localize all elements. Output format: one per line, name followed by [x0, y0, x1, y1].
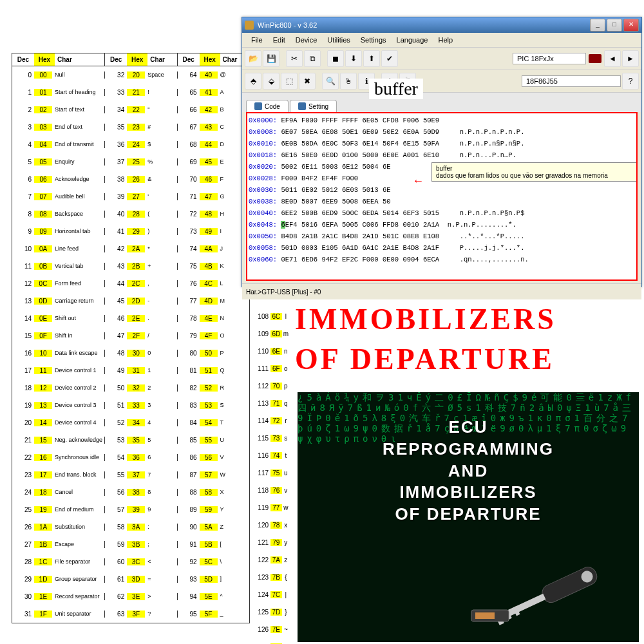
program-all-icon[interactable]: ⬙ [263, 73, 279, 90]
cell-dec: 48 [105, 350, 127, 357]
cell-char: Device control 1 [52, 367, 104, 374]
hex-line[interactable]: 0x0040: 6EE2 500B 6ED9 500C 6EDA 5014 6E… [249, 207, 635, 219]
cell-char: ? [145, 611, 176, 618]
cell-hex: 23 [127, 124, 145, 131]
help-icon[interactable]: ? [622, 73, 639, 90]
cell-hex: 3C [127, 558, 145, 565]
cell-char: > [145, 593, 176, 600]
hex-line[interactable]: 0x0008: 6E07 50EA 6E08 50E1 6E09 50E2 6E… [249, 126, 635, 138]
menu-edit[interactable]: Edit [268, 35, 290, 45]
hex-line[interactable]: 0x0048: 6EF4 5016 6EFA 5005 C006 FFD8 00… [249, 219, 635, 231]
copy-icon[interactable]: ⧉ [304, 50, 321, 67]
ext-dec: 119 [254, 504, 270, 511]
verify-icon[interactable]: ✔ [381, 50, 398, 67]
save-icon[interactable]: 💾 [263, 50, 279, 67]
cell-dec: 7 [12, 193, 34, 200]
read-all-icon[interactable]: ⬘ [245, 73, 261, 90]
titlebar[interactable]: WinPic800 - v 3.62 _ □ ✕ [242, 17, 641, 33]
erase-icon[interactable]: ✖ [299, 73, 316, 90]
chip-graphic-icon [589, 54, 601, 63]
ext-char: t [282, 452, 290, 459]
menu-utilities[interactable]: Utilities [322, 35, 355, 45]
cell-hex: 12 [34, 384, 52, 392]
ascii-ext-row: 1227Az [254, 551, 290, 569]
ascii-ext-row: 1257D} [254, 603, 290, 621]
cell-hex: 24 [127, 141, 145, 148]
ascii-row: 271BEscape593B;915B[ [12, 536, 249, 553]
book-title: ECU REPROGRAMMING AND IMMOBILIZERS OF DE… [298, 417, 639, 526]
cell-hex: 30 [127, 350, 145, 357]
read-icon[interactable]: ⬇ [345, 50, 362, 67]
cell-hex: 00 [34, 71, 52, 79]
chip-icon[interactable]: ◼ [327, 50, 344, 67]
cell-dec: 59 [105, 541, 127, 548]
cell-dec: 0 [12, 71, 34, 79]
device-family-select[interactable]: PIC 18FxJx [513, 53, 586, 64]
ext-char: o [282, 365, 290, 372]
cell-hex: 4A [200, 245, 218, 252]
cell-char: N [218, 315, 249, 322]
device-part-select[interactable]: 18F86J55 [522, 75, 621, 87]
cell-char: End of transmit [52, 141, 104, 148]
hex-line[interactable]: 0x0050: B4D8 2A1B 2A1C B4D8 2A1D 501C 08… [249, 231, 635, 242]
nav-left-icon[interactable]: ◄ [604, 50, 621, 67]
cell-dec: 72 [178, 211, 200, 218]
header-hex: Hex [200, 53, 220, 66]
ascii-row: 2317End trans. block553778757W [12, 466, 249, 484]
hex-line[interactable]: 0x0010: 6E0B 50DA 6E0C 50F3 6E14 50F4 6E… [249, 138, 635, 149]
cell-char: O [218, 332, 249, 339]
hex-line[interactable]: 0x0018: 6E16 50E0 6E0D 0100 5000 6E0E A0… [249, 149, 635, 161]
cell-hex: 52 [200, 384, 218, 392]
cell-hex: 14 [34, 419, 52, 426]
hex-line[interactable]: 0x0000: EF9A F000 FFFF FFFF 6E05 CFD8 F0… [249, 115, 635, 126]
open-icon[interactable]: 📂 [245, 50, 261, 67]
ext-dec: 125 [254, 609, 270, 616]
ascii-row: 000Null3220Space6440@ [12, 66, 249, 84]
nav-right-icon[interactable]: ► [622, 50, 639, 67]
tab-setting[interactable]: Setting [290, 100, 337, 112]
hex-dump[interactable]: 0x0000: EF9A F000 FFFF FFFF 6E05 CFD8 F0… [246, 112, 638, 281]
cursor-icon[interactable]: 🖱 [340, 73, 357, 90]
verify-all-icon[interactable]: ⬚ [281, 73, 298, 90]
menu-device[interactable]: Device [290, 35, 323, 45]
cell-char: End trans. block [52, 471, 104, 478]
hex-line[interactable]: 0x0058: 501D 0803 E105 6A1D 6A1C 2A1E B4… [249, 242, 635, 254]
search-icon[interactable]: 🔍 [322, 73, 339, 90]
cell-char: V [218, 454, 249, 461]
cell-dec: 42 [105, 245, 127, 252]
cell-char: Substitution [52, 524, 104, 531]
cell-char: & [145, 176, 176, 183]
close-button[interactable]: ✕ [623, 19, 639, 32]
cell-dec: 93 [178, 576, 200, 583]
cell-char: ) [145, 228, 176, 235]
hex-line[interactable]: 0x0030: 5011 6E02 5012 6E03 5013 6E [249, 184, 635, 196]
cell-dec: 51 [105, 402, 127, 409]
cell-char: End of text [52, 124, 104, 131]
maximize-button[interactable]: □ [607, 19, 622, 32]
ascii-row: 505Enquiry3725%6945E [12, 153, 249, 171]
cell-dec: 50 [105, 384, 127, 392]
ascii-row: 150FShift in472F/794FO [12, 327, 249, 345]
cell-dec: 15 [12, 332, 34, 339]
cell-hex: 0A [34, 245, 52, 252]
cell-hex: 06 [34, 176, 52, 183]
write-icon[interactable]: ⬆ [363, 50, 380, 67]
cut-icon[interactable]: ✂ [286, 50, 303, 67]
cell-dec: 58 [105, 524, 127, 531]
cell-hex: 5B [200, 541, 218, 548]
cell-hex: 3E [127, 593, 145, 600]
menu-file[interactable]: File [246, 35, 268, 45]
minimize-button[interactable]: _ [590, 19, 605, 32]
cell-hex: 39 [127, 506, 145, 513]
toolbar-2: ⬘ ⬙ ⬚ ✖ 🔍 🖱 ℹ ⚙ 🔌 18F86J55 ? [242, 70, 641, 93]
menu-settings[interactable]: Settings [355, 35, 392, 45]
cell-dec: 22 [12, 454, 34, 461]
tab-code[interactable]: Code [246, 100, 289, 112]
ascii-row: 808Backspace4028(7248H [12, 205, 249, 223]
cell-char: _ [218, 611, 249, 618]
hex-line[interactable]: 0x0060: 0E71 6ED6 94F2 EF2C F000 0E00 09… [249, 254, 635, 265]
ext-char: y [282, 539, 290, 546]
menu-help[interactable]: Help [433, 35, 458, 45]
menu-language[interactable]: Language [392, 35, 433, 45]
hex-line[interactable]: 0x0038: 8E0D 5007 6EE9 5008 6EEA 50 [249, 196, 635, 207]
